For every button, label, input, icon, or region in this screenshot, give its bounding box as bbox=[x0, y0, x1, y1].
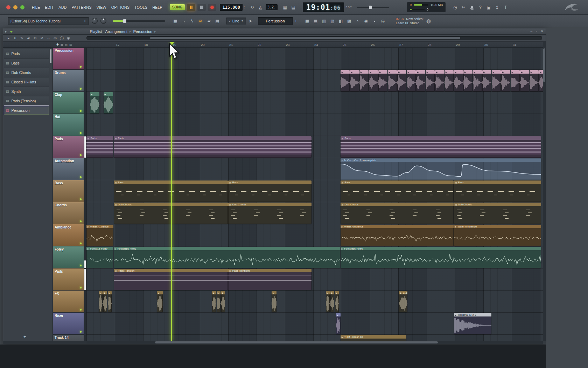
clip-water-a-bience[interactable]: ▶Water A..bience bbox=[86, 225, 113, 246]
pattern-selector[interactable]: Percussion bbox=[258, 17, 293, 25]
menu-patterns[interactable]: PATTERNS bbox=[69, 5, 94, 9]
menu-file[interactable]: FILE bbox=[29, 5, 42, 9]
touch-icon[interactable]: ◉ bbox=[362, 18, 370, 25]
zoom-window-button[interactable] bbox=[20, 5, 24, 9]
mute-tool-icon[interactable]: ⊘ bbox=[38, 35, 45, 41]
clip-water-ambience[interactable]: ▶Water Ambience bbox=[454, 225, 541, 246]
playlist-grid[interactable]: ▶▶▶▶▶▶▶▶▶▶▶▶▶▶▶▶▶▶▶▶▶▶▶▶▤Pads▤Pads▤Pads≈… bbox=[86, 48, 543, 341]
picker-item-dub-chords[interactable]: ▤Dub Chords bbox=[4, 68, 49, 77]
song-mode-badge[interactable]: SONG bbox=[170, 4, 185, 10]
song-position-display[interactable]: 19:01:06 bbox=[303, 2, 344, 12]
scrollbar-thumb[interactable] bbox=[543, 48, 545, 82]
clip-audio[interactable]: ▶ bbox=[530, 70, 539, 91]
maximize-icon[interactable]: ▫ bbox=[536, 29, 537, 33]
add-pattern-button[interactable]: + bbox=[295, 19, 297, 23]
clip-audio[interactable]: ▶ bbox=[501, 70, 510, 91]
scrollbar-thumb[interactable] bbox=[150, 37, 460, 39]
clip-footsteps-foley[interactable]: ▶Footsteps Foley bbox=[114, 247, 340, 268]
menu-add[interactable]: ADD bbox=[56, 5, 69, 9]
delete-tool-icon[interactable]: ✂ bbox=[32, 35, 38, 41]
track-mute-led[interactable] bbox=[80, 176, 82, 178]
clip-audio[interactable]: ▶ bbox=[378, 70, 387, 91]
clip-pads-tension[interactable]: ▤Pads (Tension) bbox=[228, 269, 312, 290]
smart-find-icon[interactable]: ◎ bbox=[379, 18, 387, 25]
track-mute-led[interactable] bbox=[80, 88, 82, 90]
browser-icon[interactable]: ◧ bbox=[337, 18, 345, 25]
shuffle-slider[interactable] bbox=[113, 20, 165, 22]
piano-roll-icon[interactable]: ▤ bbox=[312, 18, 320, 25]
close-window-button[interactable] bbox=[6, 5, 10, 9]
clip-thm-crash-10[interactable]: ▶THM - Crash 10 bbox=[341, 335, 407, 341]
clip-audio[interactable]: ▶ bbox=[359, 70, 369, 91]
track-mute-led[interactable] bbox=[80, 331, 82, 333]
slip-tool-icon[interactable]: ↔ bbox=[45, 35, 52, 41]
picker-add-button[interactable]: + bbox=[23, 334, 26, 339]
clip-bass[interactable]: ▤Bass bbox=[114, 180, 228, 202]
song-position-slider[interactable] bbox=[357, 7, 389, 8]
clip-audio[interactable]: ▶ bbox=[416, 70, 425, 91]
clip-footsteps-foley[interactable]: ▶Footsteps Foley bbox=[341, 247, 541, 268]
project-title-box[interactable]: [OskarSh] Dub Techno Tutorial ⇕ bbox=[8, 17, 89, 25]
playlist-titlebar[interactable]: ▸ ◂▸ Playlist - Arrangement ▸ Percussion… bbox=[3, 28, 546, 35]
export-up-icon[interactable]: ↥ bbox=[493, 4, 501, 11]
scrollbar-thumb[interactable] bbox=[155, 341, 438, 343]
breadcrumb-pattern[interactable]: Percussion bbox=[133, 29, 152, 34]
countdown-display[interactable]: 3.2. bbox=[266, 4, 278, 10]
news-ticker[interactable]: 02-07 New series: Learn FL Studio bbox=[396, 17, 424, 25]
preview-tool-icon[interactable]: ◉ bbox=[65, 35, 72, 41]
menu-edit[interactable]: EDIT bbox=[42, 5, 56, 9]
clip-audio[interactable]: ▶ bbox=[426, 70, 435, 91]
clip-audio[interactable]: ▶ bbox=[492, 70, 501, 91]
clip-audio[interactable]: ▶ bbox=[90, 92, 99, 114]
step-edit-icon[interactable]: ▦ bbox=[281, 4, 289, 11]
clip-pads[interactable]: ▤Pads bbox=[114, 136, 312, 158]
channel-rack-icon[interactable]: ▥ bbox=[320, 18, 328, 25]
minimize-icon[interactable]: – bbox=[531, 29, 533, 33]
clip-audio[interactable]: ▶ bbox=[482, 70, 491, 91]
mixer-icon[interactable]: ▧ bbox=[329, 18, 336, 25]
track-header-hat[interactable]: Hat bbox=[53, 114, 84, 136]
main-pitch-knob[interactable] bbox=[100, 18, 106, 24]
close-icon[interactable]: ✕ bbox=[541, 29, 544, 33]
clip-audio[interactable]: ▶ bbox=[212, 291, 216, 312]
clip-audio[interactable]: ▶ bbox=[435, 70, 444, 91]
track-mute-led[interactable] bbox=[80, 132, 82, 134]
playlist-focus-icon[interactable]: ◂▸ bbox=[10, 30, 13, 33]
menu-tools[interactable]: TOOLS bbox=[132, 5, 150, 9]
clip-audio[interactable]: ▶ bbox=[103, 291, 107, 312]
clip-audio[interactable]: ▶ bbox=[326, 291, 330, 312]
mic-icon[interactable] bbox=[468, 4, 476, 11]
clip-dub-chords[interactable]: ▤Dub Chords bbox=[454, 203, 541, 224]
slider-handle[interactable] bbox=[369, 6, 372, 9]
track-header-foley[interactable]: Foley bbox=[53, 246, 84, 268]
bolt-icon[interactable]: ϟ bbox=[188, 18, 196, 25]
clip-pads[interactable]: ▤Pads bbox=[86, 136, 113, 158]
picker-item-synth[interactable]: ▤Synth bbox=[4, 87, 49, 96]
tempo-display[interactable]: 115.000 bbox=[220, 4, 243, 11]
stop-button[interactable] bbox=[197, 4, 206, 11]
track-header-automation[interactable]: Automation bbox=[53, 158, 84, 180]
loop-record-icon[interactable]: ⟲ bbox=[248, 4, 256, 11]
menu-tool-icon[interactable]: ▸ bbox=[5, 35, 12, 41]
slider-handle[interactable] bbox=[123, 19, 126, 23]
track-mute-led[interactable] bbox=[80, 66, 82, 68]
track-mute-led[interactable] bbox=[80, 198, 82, 200]
zoom-tool-icon[interactable]: ◯ bbox=[58, 35, 65, 41]
track-mute-led[interactable] bbox=[80, 287, 82, 288]
brush-icon[interactable]: ▰ bbox=[205, 18, 213, 25]
clip-audio[interactable]: ▶ bbox=[217, 291, 220, 312]
clip-audio[interactable]: ▶ bbox=[350, 70, 359, 91]
clip-dub-chords[interactable]: ▤Dub Chords bbox=[228, 203, 312, 224]
time-mode-label[interactable]: B:S:T bbox=[345, 6, 352, 9]
picker-item-percussion[interactable]: ▤Percussion bbox=[4, 106, 49, 115]
pause-button[interactable] bbox=[187, 4, 195, 11]
clip-audio[interactable]: ▶ bbox=[221, 291, 225, 312]
clip-bass[interactable]: ▤Bass bbox=[454, 180, 541, 202]
clip-water-ambience[interactable]: ▶Water Ambience bbox=[341, 225, 454, 246]
timeline-zoom-scrollbar[interactable] bbox=[86, 36, 542, 40]
arrow-icon[interactable]: → bbox=[180, 18, 188, 25]
clip-audio[interactable]: ▶ bbox=[341, 70, 350, 91]
minimize-window-button[interactable] bbox=[13, 5, 18, 9]
note-view-icon[interactable]: ▦ bbox=[61, 43, 63, 46]
vertical-scrollbar[interactable] bbox=[543, 48, 546, 341]
